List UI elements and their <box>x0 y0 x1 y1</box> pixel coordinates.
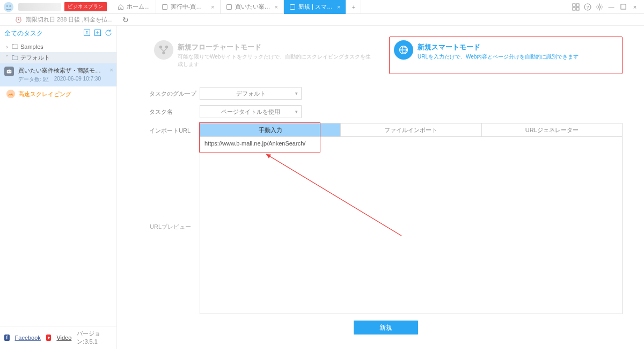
row-name: タスク名 ページタイトルを使用 <box>149 105 623 118</box>
main: 全てのタスク Samples デフォルト 買いたい案件検索ザ・商談モールスクレイ… <box>0 26 644 349</box>
expiry-bar[interactable]: 期限切れ日 288 日後 ,料金を払うに行く >> <box>0 14 117 25</box>
svg-point-12 <box>598 5 601 8</box>
svg-line-18 <box>601 8 602 9</box>
expiry-text: 期限切れ日 288 日後 ,料金を払うに行く >> <box>26 16 116 24</box>
svg-rect-7 <box>576 4 579 6</box>
sidebar-header: 全てのタスク <box>0 26 116 41</box>
tab-label: 買いたい案… <box>235 3 270 11</box>
close-icon[interactable]: × <box>275 4 278 10</box>
task-timestamp: 2020-06-09 10:7:30 <box>54 76 101 83</box>
mode-flowchart[interactable]: 新規フローチャートモード 可能な限りでWebサイトをクリックだけで、自動的にスク… <box>149 37 383 74</box>
svg-line-19 <box>601 4 602 5</box>
tab-new-smart[interactable]: 新規 | スマ… × <box>284 0 346 14</box>
data-count-label: データ数: <box>18 76 41 82</box>
row-group: タスクのグループ デフォルト <box>149 87 623 100</box>
svg-rect-29 <box>7 70 12 73</box>
svg-point-34 <box>159 46 163 49</box>
plan-badge: ビジネスプラン <box>64 2 107 11</box>
mode-smart[interactable]: 新規スマートモード URLを入力だけで、Web内容とページ分けを自動的に識別でき… <box>389 37 623 74</box>
data-count[interactable]: 97 <box>43 76 49 82</box>
fast-scraping[interactable]: 高速スクレイピング <box>0 86 116 101</box>
group-value: デフォルト <box>236 90 266 98</box>
svg-point-30 <box>8 71 9 72</box>
account-name-blurred <box>18 3 61 11</box>
tree-default[interactable]: デフォルト <box>0 52 116 63</box>
reload-icon[interactable]: ↻ <box>122 16 129 24</box>
tab-add[interactable]: + <box>346 0 361 14</box>
robot-icon <box>4 67 14 76</box>
task-meta: データ数: 97 2020-06-09 10:7:30 <box>18 76 112 83</box>
svg-rect-4 <box>226 4 231 9</box>
all-tasks-link[interactable]: 全てのタスク <box>4 29 43 38</box>
tab-running[interactable]: 実行中-買い… × <box>156 0 221 14</box>
svg-rect-6 <box>573 4 575 6</box>
svg-point-2 <box>9 5 11 6</box>
task-icon <box>289 4 296 10</box>
clock-icon <box>15 16 22 24</box>
sidebar-tree: Samples デフォルト 買いたい案件検索ザ・商談モールスクレイ… データ数:… <box>0 41 116 101</box>
tree-label: デフォルト <box>20 54 50 62</box>
video-link[interactable]: Video <box>56 335 71 341</box>
task-icon <box>162 4 168 10</box>
tab-label: ホーム… <box>127 3 150 11</box>
smart-icon <box>394 40 413 60</box>
tab-wanted[interactable]: 買いたい案… × <box>221 0 284 14</box>
svg-point-36 <box>162 52 165 55</box>
svg-line-20 <box>597 8 598 9</box>
sidebar: 全てのタスク Samples デフォルト 買いたい案件検索ザ・商談モールスクレイ… <box>0 26 117 349</box>
svg-text:?: ? <box>587 5 589 10</box>
group-select[interactable]: デフォルト <box>200 87 302 100</box>
titlebar: ビジネスプラン ホーム… 実行中-買い… × 買いたい案… × 新規 | スマ…… <box>0 0 644 14</box>
facebook-link[interactable]: Facebook <box>15 335 41 341</box>
new-task-icon[interactable] <box>94 29 101 38</box>
svg-rect-3 <box>162 4 167 9</box>
help-icon[interactable]: ? <box>584 3 591 11</box>
toolbar: ↻ <box>117 14 644 25</box>
name-select[interactable]: ページタイトルを使用 <box>200 105 302 118</box>
group-label: タスクのグループ <box>149 90 197 98</box>
minimize-icon[interactable]: — <box>608 3 615 11</box>
import-tab-generator[interactable]: URLジェネレーター <box>482 123 622 136</box>
fast-scraping-label: 高速スクレイピング <box>18 90 71 98</box>
mode-desc: URLを入力だけで、Web内容とページ分けを自動的に識別できます <box>418 53 616 61</box>
close-icon[interactable]: × <box>110 67 113 73</box>
speedometer-icon <box>6 90 15 98</box>
import-tab-manual[interactable]: 手動入力 <box>200 123 341 136</box>
folder-icon <box>12 43 18 50</box>
mode-title: 新規スマートモード <box>418 42 616 52</box>
url-box: URLプレビュー <box>200 137 623 314</box>
close-icon[interactable]: × <box>631 3 639 11</box>
svg-point-35 <box>165 46 169 49</box>
tree-samples[interactable]: Samples <box>0 41 116 52</box>
maximize-icon[interactable] <box>619 3 627 11</box>
svg-point-31 <box>10 71 11 72</box>
grid-icon[interactable] <box>572 3 580 11</box>
url-preview-label: URLプレビュー <box>150 223 198 231</box>
tab-home[interactable]: ホーム… <box>112 0 156 14</box>
window-controls: ? — × <box>572 3 642 11</box>
gear-icon[interactable] <box>596 3 603 11</box>
task-card[interactable]: 買いたい案件検索ザ・商談モールスクレイ… データ数: 97 2020-06-09… <box>0 63 116 86</box>
tab-label: 実行中-買い… <box>171 3 207 11</box>
import-tabs: 手動入力 ファイルインポート URLジェネレーター <box>200 123 623 137</box>
create-button[interactable]: 新規 <box>354 321 418 335</box>
url-input[interactable] <box>200 137 622 150</box>
content: 新規フローチャートモード 可能な限りでWebサイトをクリックだけで、自動的にスク… <box>117 26 644 349</box>
tab-label: 新規 | スマ… <box>298 3 333 11</box>
name-value: ページタイトルを使用 <box>221 108 280 116</box>
version: バージョン:3.5.1 <box>77 330 112 346</box>
youtube-icon[interactable] <box>46 335 52 341</box>
close-icon[interactable]: × <box>337 4 340 10</box>
import-tab-file[interactable]: ファイルインポート <box>341 123 481 136</box>
svg-line-17 <box>597 4 598 5</box>
tab-strip: ホーム… 実行中-買い… × 買いたい案… × 新規 | スマ… × + <box>112 0 573 14</box>
export-icon[interactable] <box>83 29 91 38</box>
task-title: 買いたい案件検索ザ・商談モールスクレイ… <box>18 67 104 75</box>
tree-label: Samples <box>20 43 43 50</box>
import-block: 手動入力 ファイルインポート URLジェネレーター URLプレビュー <box>149 123 623 314</box>
facebook-icon[interactable]: f <box>4 335 10 341</box>
close-icon[interactable]: × <box>211 4 214 10</box>
svg-rect-8 <box>573 8 575 10</box>
mode-title: 新規フローチャートモード <box>178 42 376 52</box>
refresh-icon[interactable] <box>105 29 112 38</box>
